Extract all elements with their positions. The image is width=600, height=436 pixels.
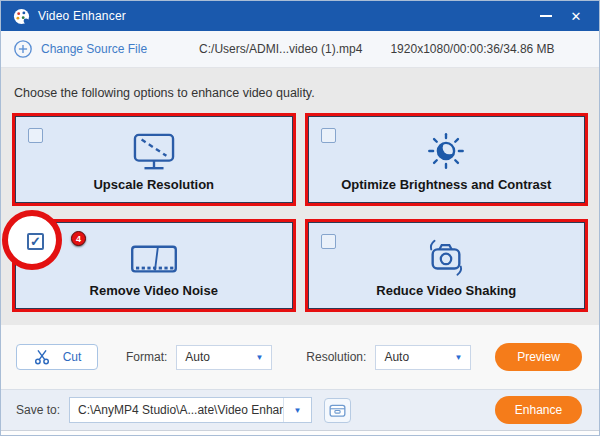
titlebar: Video Enhancer ✕ [1, 1, 599, 31]
preview-button[interactable]: Preview [495, 343, 582, 371]
save-path-field[interactable]: C:\AnyMP4 Studio\A...ate\Video Enhancer … [69, 397, 312, 423]
cut-button-label: Cut [63, 350, 82, 364]
save-to-label: Save to: [16, 403, 60, 417]
option-card-reduce-video-shaking[interactable]: Reduce Video Shaking [305, 219, 589, 312]
close-icon: ✕ [571, 10, 582, 23]
window-title: Video Enhancer [38, 9, 126, 23]
option-card-optimize-brightness[interactable]: Optimize Brightness and Contrast [305, 113, 589, 206]
folder-icon [328, 402, 347, 419]
option-card-remove-video-noise[interactable]: 4 [12, 219, 296, 312]
chevron-down-icon: ▼ [454, 353, 462, 362]
sun-brightness-icon [425, 128, 467, 172]
chevron-down-icon: ▼ [294, 406, 302, 415]
format-label: Format: [126, 350, 167, 364]
option-checkbox-0[interactable] [28, 128, 43, 143]
minimize-icon [540, 15, 552, 17]
save-path-dropdown[interactable]: ▼ [283, 398, 311, 422]
source-file-info: 1920x1080/00:00:36/34.86 MB [390, 42, 554, 56]
cut-button[interactable]: Cut [16, 344, 98, 370]
resolution-dropdown[interactable]: Auto ▼ [375, 345, 471, 370]
annotation-badge: 4 [71, 231, 86, 246]
source-bar: Change Source File C:/Users/ADMI...video… [1, 31, 599, 68]
camera-shake-icon [422, 234, 470, 278]
video-enhancer-window: Video Enhancer ✕ Change Source File C:/U… [0, 0, 600, 436]
filmstrip-icon [129, 234, 179, 278]
options-grid: Upscale Resolution [12, 113, 588, 312]
enhance-button[interactable]: Enhance [495, 396, 582, 424]
format-value: Auto [185, 350, 210, 364]
option-label: Upscale Resolution [93, 177, 214, 192]
save-path-value[interactable]: C:\AnyMP4 Studio\A...ate\Video Enhancer [70, 398, 283, 422]
option-label: Remove Video Noise [90, 283, 218, 298]
minimize-button[interactable] [531, 1, 561, 31]
option-checkbox-1[interactable] [321, 128, 336, 143]
format-dropdown[interactable]: Auto ▼ [176, 345, 272, 370]
resolution-label: Resolution: [306, 350, 366, 364]
option-checkbox-3[interactable] [321, 234, 336, 249]
options-area: Choose the following options to enhance … [1, 68, 599, 325]
chevron-down-icon: ▼ [255, 353, 263, 362]
change-source-file-button[interactable]: Change Source File [13, 39, 147, 59]
options-prompt: Choose the following options to enhance … [14, 86, 588, 100]
resolution-value: Auto [384, 350, 409, 364]
option-checkbox-2[interactable] [27, 233, 44, 250]
browse-folder-button[interactable] [324, 398, 351, 423]
scissors-icon [33, 348, 51, 366]
option-card-upscale-resolution[interactable]: Upscale Resolution [12, 113, 296, 206]
option-label: Optimize Brightness and Contrast [341, 177, 551, 192]
source-file-path: C:/Users/ADMI...video (1).mp4 [199, 42, 362, 56]
monitor-upscale-icon [129, 128, 179, 172]
close-button[interactable]: ✕ [561, 1, 591, 31]
circle-plus-icon [13, 39, 33, 59]
change-source-file-label[interactable]: Change Source File [41, 42, 147, 56]
controls-row: Cut Format: Auto ▼ Resolution: Auto ▼ Pr… [1, 325, 599, 389]
option-label: Reduce Video Shaking [376, 283, 516, 298]
window-footer [1, 431, 599, 435]
save-bar: Save to: C:\AnyMP4 Studio\A...ate\Video … [1, 389, 599, 431]
palette-app-icon [13, 8, 30, 25]
